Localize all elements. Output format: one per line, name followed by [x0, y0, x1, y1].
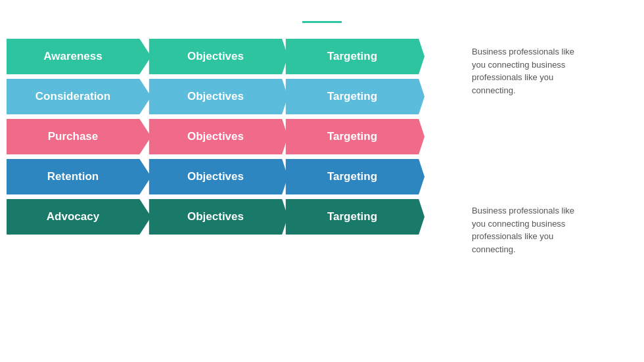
cell-purchase-targeting: Targeting [280, 119, 425, 154]
table-area: AwarenessObjectivesTargetingConsideratio… [7, 39, 453, 235]
cell-retention-objectives: Objectives [143, 159, 288, 194]
cell-purchase-objectives: Objectives [143, 119, 288, 154]
cell-advocacy-stage: Advocacy [7, 199, 151, 235]
cell-awareness-objectives: Objectives [143, 39, 288, 74]
side-note-1: Business professionals like you connecti… [472, 45, 585, 97]
cell-consideration-stage: Consideration [7, 79, 151, 114]
row-awareness: AwarenessObjectivesTargeting [7, 39, 453, 74]
side-notes: Business professionals like you connecti… [453, 39, 585, 256]
cell-advocacy-targeting: Targeting [280, 199, 425, 235]
divider [302, 21, 342, 23]
row-purchase: PurchaseObjectivesTargeting [7, 119, 453, 154]
cell-retention-targeting: Targeting [280, 159, 425, 194]
row-retention: RetentionObjectivesTargeting [7, 159, 453, 194]
row-advocacy: AdvocacyObjectivesTargeting [7, 199, 453, 235]
cell-consideration-objectives: Objectives [143, 79, 288, 114]
content-area: AwarenessObjectivesTargetingConsideratio… [7, 39, 637, 256]
side-note-2: Business professionals like you connecti… [472, 204, 585, 256]
cell-purchase-stage: Purchase [7, 119, 151, 154]
cell-retention-stage: Retention [7, 159, 151, 194]
header [302, 16, 342, 35]
cell-awareness-targeting: Targeting [280, 39, 425, 74]
cell-awareness-stage: Awareness [7, 39, 151, 74]
row-consideration: ConsiderationObjectivesTargeting [7, 79, 453, 114]
cell-consideration-targeting: Targeting [280, 79, 425, 114]
cell-advocacy-objectives: Objectives [143, 199, 288, 235]
